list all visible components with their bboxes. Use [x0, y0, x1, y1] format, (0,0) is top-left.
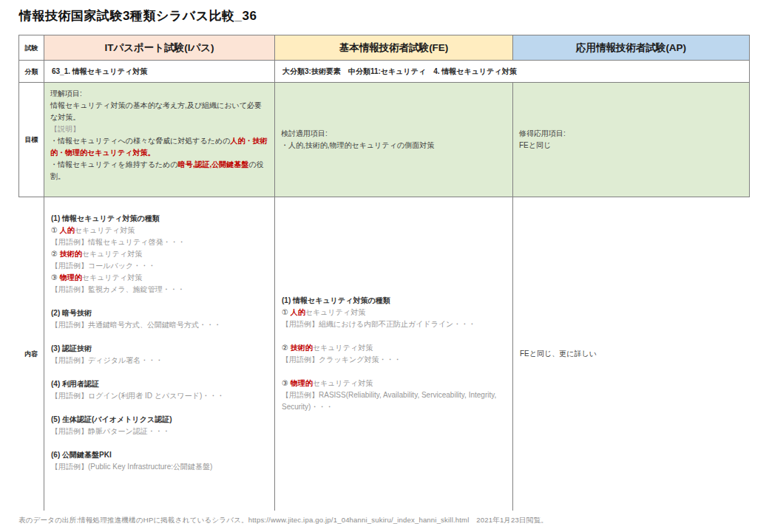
text-line: 【用語例】情報セキュリティ啓発・・・	[51, 236, 268, 248]
goal-fe: 検討適用項目:・人的,技術的,物理的セキュリティの側面対策	[275, 83, 513, 197]
row-label-exam: 試験	[18, 35, 44, 61]
data-source-note: 表のデータの出所:情報処理推進機構のHPに掲載されているシラバス。https:/…	[18, 516, 548, 525]
text-line	[282, 330, 506, 342]
text-line: 【用語例】ログイン(利用者 ID とパスワード)・・・	[51, 390, 268, 402]
text-line	[51, 366, 268, 378]
category-ipass: 63_1. 情報セキュリティ対策	[44, 61, 275, 83]
text-line: (4) 利用者認証	[51, 378, 268, 390]
text-line	[282, 366, 506, 378]
content-ipass: (1) 情報セキュリティ対策の種類① 人的セキュリティ対策【用語例】情報セキュリ…	[44, 197, 275, 511]
header-ipass-exam: ITパスポート試験(Iパス)	[44, 35, 275, 61]
text-line: 【用語例】RASISS(Reliability, Availability, S…	[282, 389, 506, 413]
text-line: ③ 物理的セキュリティ対策	[51, 272, 268, 284]
text-line: 【用語例】組織における内部不正防止ガイドライン・・・	[282, 318, 506, 330]
text-line: 【説明】	[50, 123, 268, 135]
text-line: ・情報セキュリティへの様々な脅威に対処するための人的・技術的・物理的セキュリティ…	[50, 135, 268, 159]
text-line: 修得応用項目:	[519, 128, 743, 140]
text-line: FEと同じ、更に詳しい	[520, 348, 743, 360]
text-line: FEと同じ	[519, 140, 743, 151]
row-label-category: 分類	[18, 61, 44, 83]
text-line: (2) 暗号技術	[51, 307, 268, 319]
header-fe-exam: 基本情報技術者試験(FE)	[275, 35, 513, 61]
text-line: 【用語例】ディジタル署名・・・	[51, 355, 268, 366]
text-line: (6) 公開鍵基盤PKI	[51, 449, 268, 461]
syllabus-comparison-table: 試験 ITパスポート試験(Iパス) 基本情報技術者試験(FE) 応用情報技術者試…	[18, 35, 750, 511]
row-label-content: 内容	[18, 197, 44, 511]
row-label-goal: 目標	[18, 83, 44, 197]
header-ap-exam: 応用情報技術者試験(AP)	[513, 35, 750, 61]
text-line: 理解項目:	[50, 88, 268, 100]
text-line: (3) 認証技術	[51, 343, 268, 355]
page-title: 情報技術国家試験3種類シラバス比較_36	[19, 7, 257, 24]
text-line: 情報セキュリティ対策の基本的な考え方,及び組織において必要な対策。	[50, 100, 268, 123]
text-line: 【用語例】クラッキング対策・・・	[282, 354, 506, 366]
text-line: 【用語例】コールバック・・・	[51, 260, 268, 272]
text-line: 検討適用項目:	[281, 128, 507, 140]
text-line: ・情報セキュリティを維持するための暗号,認証,公開鍵基盤の役割。	[50, 159, 268, 183]
text-line	[51, 437, 268, 449]
content-ap: FEと同じ、更に詳しい	[513, 197, 750, 511]
text-line	[51, 402, 268, 414]
text-line: 【用語例】共通鍵暗号方式、公開鍵暗号方式・・・	[51, 319, 268, 331]
text-line: ・人的,技術的,物理的セキュリティの側面対策	[281, 140, 507, 151]
text-line	[51, 331, 268, 343]
text-line: ③ 物理的セキュリティ対策	[282, 378, 506, 389]
text-line: ① 人的セキュリティ対策	[282, 307, 506, 318]
category-fe-ap: 大分類3:技術要素 中分類11:セキュリティ 4. 情報セキュリティ対策	[275, 61, 750, 83]
text-line: ① 人的セキュリティ対策	[51, 225, 268, 236]
text-line: 【用語例】(Public Key Infrastructure:公開鍵基盤)	[51, 461, 268, 473]
goal-ap: 修得応用項目:FEと同じ	[513, 83, 750, 197]
text-line: ② 技術的セキュリティ対策	[51, 248, 268, 260]
goal-ipass: 理解項目:情報セキュリティ対策の基本的な考え方,及び組織において必要な対策。【説…	[44, 83, 275, 197]
text-line: 【用語例】監視カメラ、施錠管理・・・	[51, 284, 268, 296]
text-line: (1) 情報セキュリティ対策の種類	[282, 295, 506, 307]
content-fe: (1) 情報セキュリティ対策の種類① 人的セキュリティ対策【用語例】組織における…	[275, 197, 513, 511]
text-line: (5) 生体認証(バイオメトリクス認証)	[51, 414, 268, 426]
text-line	[51, 296, 268, 307]
text-line: 【用語例】静脈パターン認証・・・	[51, 426, 268, 437]
text-line: ② 技術的セキュリティ対策	[282, 342, 506, 354]
text-line: (1) 情報セキュリティ対策の種類	[51, 213, 268, 225]
